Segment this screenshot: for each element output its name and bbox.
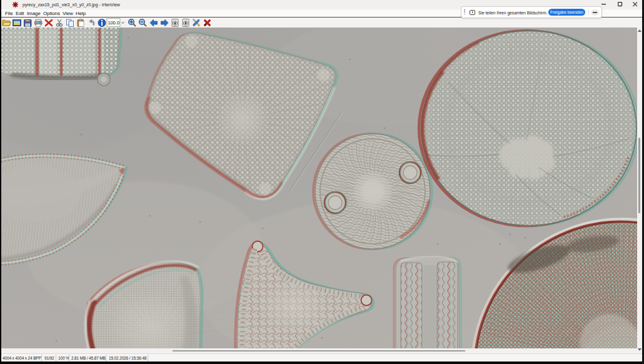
svg-text:100.0: 100.0 (108, 20, 120, 26)
